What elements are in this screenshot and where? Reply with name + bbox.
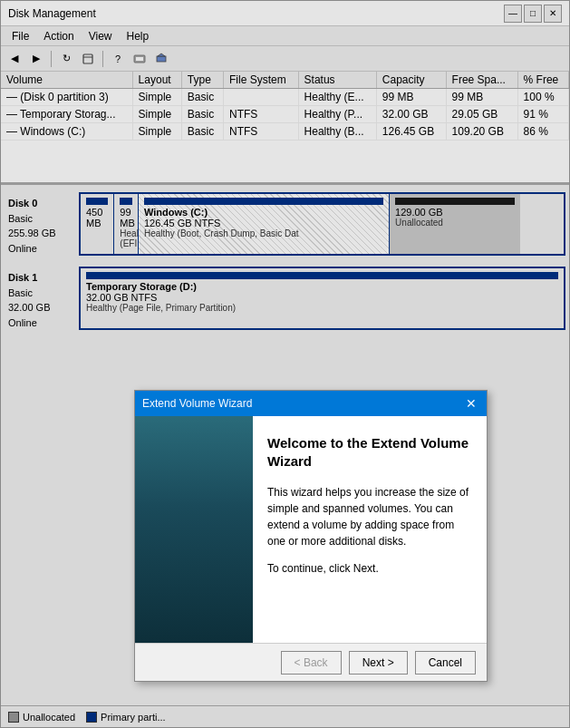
wizard-footer: < Back Next > Cancel (135, 643, 487, 681)
wizard-body: Welcome to the Extend Volume Wizard This… (135, 416, 487, 643)
wizard-heading: Welcome to the Extend Volume Wizard (267, 434, 472, 470)
wizard-close-button[interactable]: ✕ (463, 395, 479, 412)
wizard-dialog: Extend Volume Wizard ✕ Welcome to the Ex… (134, 390, 488, 682)
wizard-cancel-button[interactable]: Cancel (415, 651, 476, 675)
wizard-title-bar: Extend Volume Wizard ✕ (135, 391, 487, 416)
wizard-continue-text: To continue, click Next. (267, 562, 472, 575)
wizard-description: This wizard helps you increase the size … (267, 484, 472, 549)
wizard-title-text: Extend Volume Wizard (142, 397, 252, 410)
wizard-sidebar (135, 416, 253, 643)
wizard-next-button[interactable]: Next > (349, 651, 408, 675)
wizard-back-button[interactable]: < Back (281, 651, 342, 675)
wizard-content: Welcome to the Extend Volume Wizard This… (253, 416, 487, 643)
